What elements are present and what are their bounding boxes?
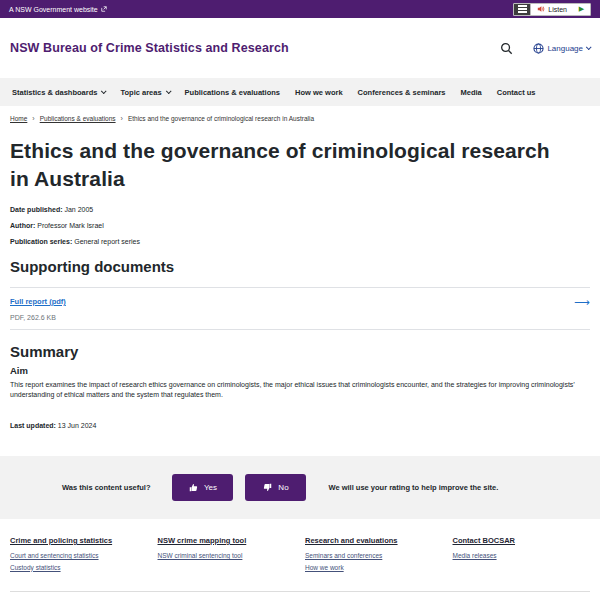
nav-item-label: Topic areas — [120, 88, 161, 97]
last-updated-value: 13 Jun 2024 — [56, 422, 96, 429]
supporting-documents-heading: Supporting documents — [10, 258, 590, 275]
footer-heading-link[interactable]: Contact BOCSAR — [453, 536, 516, 545]
meta-value: General report series — [72, 238, 140, 245]
breadcrumb-current: Ethics and the governance of criminologi… — [128, 115, 314, 122]
footer-link[interactable]: Custody statistics — [10, 564, 148, 571]
nav-item-label: Media — [461, 88, 482, 97]
footer-col-crime-policing: Crime and policing statistics Court and … — [10, 529, 148, 575]
nav-media[interactable]: Media — [461, 88, 482, 97]
footer-heading-link[interactable]: Crime and policing statistics — [10, 536, 112, 545]
thumbs-down-icon — [263, 483, 272, 492]
document-file-meta: PDF, 262.6 KB — [10, 314, 590, 321]
play-icon: ▶ — [579, 5, 584, 13]
footer-link[interactable]: Seminars and conferences — [305, 552, 443, 559]
footer-col-crime-mapping: NSW crime mapping tool NSW criminal sent… — [158, 529, 296, 575]
arrow-right-icon[interactable]: ⟶ — [574, 298, 590, 306]
nav-item-label: Publications & evaluations — [185, 88, 280, 97]
government-website-label: A NSW Government website — [9, 6, 98, 13]
government-top-bar: A NSW Government website Listen ▶ — [0, 0, 600, 18]
footer-heading-link[interactable]: Research and evaluations — [305, 536, 398, 545]
footer-link[interactable]: How we work — [305, 564, 443, 571]
feedback-band: Was this content useful? Yes No We will … — [0, 456, 600, 519]
footer-columns: Crime and policing statistics Court and … — [10, 529, 590, 575]
nav-conferences-seminars[interactable]: Conferences & seminars — [358, 88, 446, 97]
summary-subheading-aim: Aim — [10, 365, 590, 376]
nav-publications-evaluations[interactable]: Publications & evaluations — [185, 88, 280, 97]
globe-icon — [533, 43, 544, 54]
site-title[interactable]: NSW Bureau of Crime Statistics and Resea… — [10, 41, 289, 55]
feedback-yes-button[interactable]: Yes — [172, 474, 233, 501]
summary-body: This report examines the impact of resea… — [10, 380, 590, 400]
document-card: Full report (pdf) ⟶ PDF, 262.6 KB — [10, 287, 590, 330]
feedback-note: We will use your rating to help improve … — [328, 483, 498, 492]
thumbs-up-icon — [189, 483, 198, 492]
breadcrumb-publications[interactable]: Publications & evaluations — [40, 115, 116, 122]
feedback-no-label: No — [278, 483, 288, 492]
masthead: NSW Bureau of Crime Statistics and Resea… — [0, 18, 600, 78]
meta-label: Author: — [10, 222, 35, 229]
nav-how-we-work[interactable]: How we work — [295, 88, 343, 97]
play-button[interactable]: ▶ — [573, 4, 590, 15]
main-navigation: Statistics & dashboards Topic areas Publ… — [0, 78, 600, 106]
meta-value: Jan 2005 — [63, 206, 94, 213]
nav-item-label: Contact us — [497, 88, 536, 97]
summary-heading: Summary — [10, 343, 590, 360]
meta-publication-series: Publication series: General report serie… — [10, 238, 590, 245]
footer-link[interactable]: Media releases — [453, 552, 591, 559]
footer: Crime and policing statistics Court and … — [0, 519, 600, 600]
feedback-no-button[interactable]: No — [245, 474, 306, 501]
readspeaker-toolbar: Listen ▶ — [513, 3, 591, 16]
readspeaker-menu-button[interactable] — [514, 4, 531, 15]
nav-statistics-dashboards[interactable]: Statistics & dashboards — [12, 88, 105, 97]
chevron-down-icon — [101, 88, 107, 94]
article-main: Ethics and the governance of criminologi… — [0, 137, 600, 429]
nav-item-label: Conferences & seminars — [358, 88, 446, 97]
language-label: Language — [547, 44, 583, 53]
footer-heading-link[interactable]: NSW crime mapping tool — [158, 536, 247, 545]
footer-col-contact-bocsar: Contact BOCSAR Media releases — [453, 529, 591, 575]
language-selector[interactable]: Language — [533, 43, 590, 54]
hamburger-icon — [518, 5, 527, 7]
meta-date-published: Date published: Jan 2005 — [10, 206, 590, 213]
listen-label: Listen — [548, 6, 567, 13]
search-icon[interactable] — [500, 42, 513, 55]
nav-item-label: Statistics & dashboards — [12, 88, 97, 97]
page-title: Ethics and the governance of criminologi… — [10, 137, 550, 193]
feedback-question: Was this content useful? — [62, 483, 150, 492]
external-link-icon — [101, 6, 107, 12]
chevron-down-icon — [165, 88, 171, 94]
meta-value: Professor Mark Israel — [35, 222, 103, 229]
meta-label: Publication series: — [10, 238, 72, 245]
masthead-right: Language — [500, 42, 590, 55]
footer-link[interactable]: NSW criminal sentencing tool — [158, 552, 296, 559]
listen-button[interactable]: Listen — [531, 4, 573, 15]
last-updated: Last updated: 13 Jun 2024 — [10, 422, 590, 429]
last-updated-label: Last updated: — [10, 422, 56, 429]
footer-divider — [10, 591, 590, 592]
full-report-link[interactable]: Full report (pdf) — [10, 297, 66, 306]
breadcrumb: Home › Publications & evaluations › Ethi… — [0, 106, 600, 122]
government-website-link[interactable]: A NSW Government website — [9, 6, 107, 13]
footer-link[interactable]: Court and sentencing statistics — [10, 552, 148, 559]
publication-meta: Date published: Jan 2005 Author: Profess… — [10, 206, 590, 245]
nav-contact-us[interactable]: Contact us — [497, 88, 536, 97]
feedback-yes-label: Yes — [204, 483, 217, 492]
breadcrumb-separator: › — [121, 115, 123, 122]
speaker-icon — [537, 5, 545, 13]
meta-label: Date published: — [10, 206, 63, 213]
document-row[interactable]: Full report (pdf) ⟶ — [10, 297, 590, 306]
breadcrumb-home[interactable]: Home — [10, 115, 27, 122]
footer-col-research-evaluations: Research and evaluations Seminars and co… — [305, 529, 443, 575]
nav-topic-areas[interactable]: Topic areas — [120, 88, 169, 97]
meta-author: Author: Professor Mark Israel — [10, 222, 590, 229]
chevron-down-icon — [586, 44, 592, 50]
nav-item-label: How we work — [295, 88, 343, 97]
breadcrumb-separator: › — [32, 115, 34, 122]
